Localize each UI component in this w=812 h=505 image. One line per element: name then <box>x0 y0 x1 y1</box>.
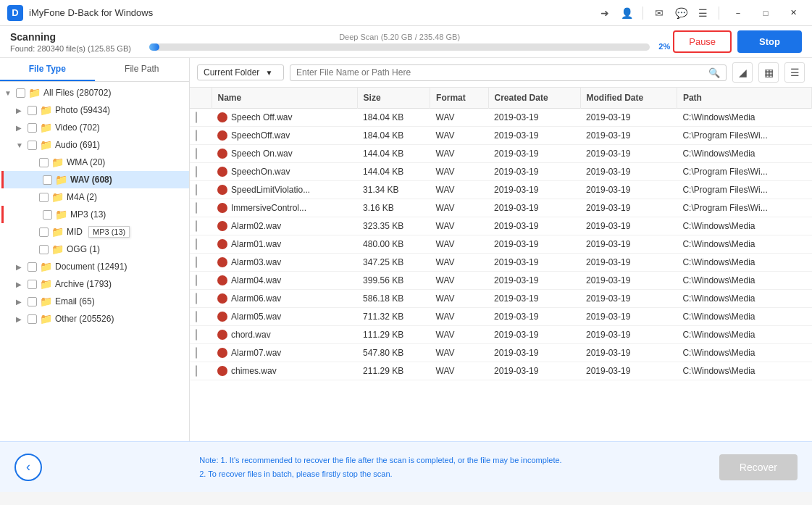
row-created-cell: 2019-03-19 <box>488 344 580 362</box>
row-modified-cell: 2019-03-19 <box>580 217 677 235</box>
tree-row-mid[interactable]: 📁 MID MP3 (13) <box>0 223 189 241</box>
separator <box>643 7 643 20</box>
search-input[interactable] <box>296 67 708 78</box>
row-path-cell: C:\Program Files\Wi... <box>677 127 811 145</box>
comment-icon[interactable]: 💬 <box>672 4 690 22</box>
checkbox-archive[interactable] <box>28 280 37 289</box>
separator2 <box>719 7 719 20</box>
row-checkbox[interactable] <box>196 148 197 159</box>
file-cell: SpeechOff.wav <box>217 130 351 141</box>
tree-row-video[interactable]: ▶ 📁 Video (702) <box>0 119 189 136</box>
tree-row-mp3[interactable]: 📁 MP3 (13) <box>1 206 189 223</box>
checkbox-photo[interactable] <box>28 106 37 115</box>
recover-button[interactable]: Recover <box>719 454 798 480</box>
tree-row-document[interactable]: ▶ 📁 Document (12491) <box>0 258 189 275</box>
checkbox-all[interactable] <box>16 88 25 98</box>
menu-icon[interactable]: ☰ <box>694 4 711 22</box>
row-modified-cell: 2019-03-19 <box>580 272 677 290</box>
list-icon[interactable]: ☰ <box>784 62 805 83</box>
tree-row-audio[interactable]: ▼ 📁 Audio (691) <box>0 136 189 154</box>
row-size-cell: 323.35 KB <box>357 217 430 235</box>
chevron-down-icon-dropdown: ▼ <box>265 69 272 77</box>
row-checkbox[interactable] <box>196 184 197 196</box>
file-type-icon <box>217 312 227 322</box>
stop-button[interactable]: Stop <box>737 30 802 53</box>
row-checkbox[interactable] <box>196 256 197 268</box>
tree-row-wma[interactable]: 📁 WMA (20) <box>0 154 189 171</box>
checkbox-mid[interactable] <box>39 228 49 237</box>
grid-icon[interactable]: ▦ <box>758 62 779 83</box>
share-icon[interactable]: ➜ <box>596 4 614 22</box>
search-icon[interactable]: 🔍 <box>708 67 720 78</box>
row-checkbox[interactable] <box>196 275 197 286</box>
row-checkbox[interactable] <box>196 166 197 178</box>
tree-row-photo[interactable]: ▶ 📁 Photo (59434) <box>0 101 189 119</box>
scan-progress-col: Deep Scan (5.20 GB / 235.48 GB) 2% <box>149 33 650 51</box>
row-checkbox[interactable] <box>196 238 197 250</box>
content-toolbar: Current Folder ▼ 🔍 ◢ ▦ ☰ <box>190 58 812 88</box>
checkbox-wma[interactable] <box>39 158 49 167</box>
row-checkbox[interactable] <box>196 311 197 322</box>
checkbox-audio[interactable] <box>28 141 37 150</box>
row-checkbox[interactable] <box>196 220 197 232</box>
tab-file-path[interactable]: File Path <box>95 58 190 81</box>
checkbox-wav[interactable] <box>43 175 52 185</box>
folder-dropdown[interactable]: Current Folder ▼ <box>197 64 284 80</box>
checkbox-mp3[interactable] <box>43 210 52 220</box>
file-cell: Alarm04.wav <box>217 275 351 285</box>
row-checkbox[interactable] <box>196 112 197 123</box>
tree-row-other[interactable]: ▶ 📁 Other (205526) <box>0 310 189 327</box>
row-path-cell: C:\Windows\Media <box>677 145 811 163</box>
maximize-button[interactable]: □ <box>754 5 777 21</box>
email-icon[interactable]: ✉ <box>650 4 668 22</box>
row-format-cell: WAV <box>430 217 488 235</box>
row-checkbox-cell <box>190 326 212 344</box>
table-row: Alarm06.wav 586.18 KB WAV 2019-03-19 201… <box>190 290 812 308</box>
file-cell: Speech On.wav <box>217 149 351 159</box>
row-name-cell: SpeechOff.wav <box>212 127 357 145</box>
close-button[interactable]: ✕ <box>782 5 805 21</box>
row-format-cell: WAV <box>430 145 488 163</box>
row-path-cell: C:\Windows\Media <box>677 308 811 326</box>
row-checkbox[interactable] <box>196 365 197 377</box>
tree-row-email[interactable]: ▶ 📁 Email (65) <box>0 293 189 310</box>
tree-row-all[interactable]: ▼ 📁 All Files (280702) <box>0 84 189 101</box>
row-path-cell: C:\Program Files\Wi... <box>677 199 811 217</box>
file-table-container: Name Size Format Created Date Modified D… <box>190 88 812 441</box>
row-modified-cell: 2019-03-19 <box>580 344 677 362</box>
row-checkbox-cell <box>190 109 212 127</box>
row-checkbox-cell <box>190 145 212 163</box>
checkbox-email[interactable] <box>28 297 37 306</box>
user-icon[interactable]: 👤 <box>618 4 635 22</box>
search-box: 🔍 <box>290 64 727 81</box>
chevron-down-icon-audio: ▼ <box>16 141 25 149</box>
label-mid: MID <box>67 227 83 237</box>
row-path-cell: C:\Windows\Media <box>677 254 811 272</box>
checkbox-m4a[interactable] <box>39 193 49 202</box>
progress-bar-fill <box>149 43 159 51</box>
row-path-cell: C:\Windows\Media <box>677 217 811 235</box>
row-size-cell: 399.56 KB <box>357 272 430 290</box>
checkbox-ogg[interactable] <box>39 245 49 254</box>
pause-button[interactable]: Pause <box>673 30 732 53</box>
tab-file-type[interactable]: File Type <box>0 58 95 81</box>
minimize-button[interactable]: − <box>727 5 750 21</box>
row-checkbox[interactable] <box>196 293 197 304</box>
back-button[interactable]: ‹ <box>14 454 42 481</box>
tree-row-ogg[interactable]: 📁 OGG (1) <box>0 241 189 258</box>
row-checkbox[interactable] <box>196 347 197 359</box>
tree-row-wav[interactable]: 📁 WAV (608) <box>1 171 189 188</box>
tree-row-archive[interactable]: ▶ 📁 Archive (1793) <box>0 275 189 293</box>
row-checkbox[interactable] <box>196 130 197 141</box>
checkbox-other[interactable] <box>28 314 37 324</box>
checkbox-video[interactable] <box>28 123 37 133</box>
tree-row-m4a[interactable]: 📁 M4A (2) <box>0 188 189 206</box>
filter-icon[interactable]: ◢ <box>732 62 753 83</box>
file-name: Speech On.wav <box>231 149 293 159</box>
row-size-cell: 480.00 KB <box>357 235 430 254</box>
row-checkbox[interactable] <box>196 202 197 214</box>
row-checkbox[interactable] <box>196 329 197 341</box>
checkbox-document[interactable] <box>28 262 37 272</box>
file-cell: Alarm07.wav <box>217 348 351 358</box>
label-ogg: OGG (1) <box>67 244 100 254</box>
